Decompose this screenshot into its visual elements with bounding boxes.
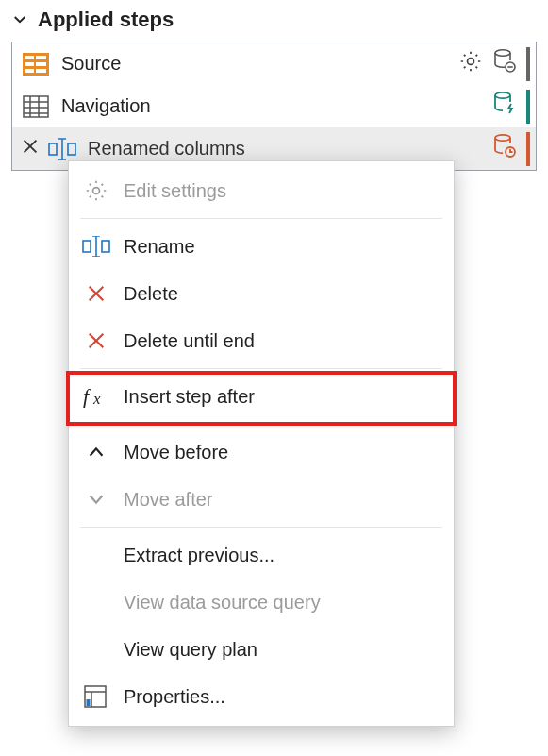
svg-rect-3 xyxy=(25,62,34,66)
menu-label: View data source query xyxy=(124,592,321,613)
menu-move-after: Move after xyxy=(69,476,454,523)
x-icon xyxy=(82,279,110,308)
menu-view-data-source-query: View data source query xyxy=(69,579,454,626)
chevron-down-icon xyxy=(11,11,28,28)
fx-icon: fx xyxy=(82,382,110,411)
svg-text:x: x xyxy=(92,390,101,408)
menu-label: Rename xyxy=(124,236,195,258)
svg-point-23 xyxy=(495,135,510,141)
menu-edit-settings: Edit settings xyxy=(69,167,454,214)
svg-rect-6 xyxy=(36,69,46,73)
applied-steps-header[interactable]: Applied steps xyxy=(0,0,548,36)
svg-rect-38 xyxy=(87,699,91,706)
svg-rect-1 xyxy=(25,56,34,59)
menu-delete-until-end[interactable]: Delete until end xyxy=(69,317,454,364)
step-label: Renamed columns xyxy=(88,138,481,160)
svg-rect-27 xyxy=(102,241,109,252)
properties-icon xyxy=(82,682,110,711)
svg-rect-5 xyxy=(25,69,34,73)
step-row-source[interactable]: Source xyxy=(12,42,536,85)
blank-icon xyxy=(82,588,110,616)
svg-rect-4 xyxy=(36,62,46,66)
svg-text:f: f xyxy=(83,385,91,408)
menu-properties[interactable]: Properties... xyxy=(69,673,454,720)
step-label: Navigation xyxy=(61,95,481,117)
applied-steps-title: Applied steps xyxy=(38,8,174,32)
gear-icon[interactable] xyxy=(458,49,483,78)
database-minus-icon[interactable] xyxy=(492,48,517,79)
menu-label: Edit settings xyxy=(124,180,226,202)
menu-separator xyxy=(80,368,442,369)
x-icon xyxy=(82,327,110,355)
svg-rect-20 xyxy=(49,143,57,155)
svg-rect-21 xyxy=(68,143,75,155)
menu-separator xyxy=(80,218,442,219)
blank-icon xyxy=(82,635,110,664)
menu-insert-step-after[interactable]: fx Insert step after xyxy=(69,373,454,420)
step-marker xyxy=(526,132,530,166)
menu-label: Extract previous... xyxy=(124,545,274,566)
menu-label: Delete until end xyxy=(124,330,255,352)
source-icon xyxy=(22,50,50,78)
blank-icon xyxy=(82,541,110,569)
menu-move-before[interactable]: Move before xyxy=(69,428,454,476)
table-icon xyxy=(22,92,50,121)
menu-label: View query plan xyxy=(124,639,257,661)
gear-icon xyxy=(82,176,110,205)
menu-rename[interactable]: Rename xyxy=(69,223,454,270)
menu-label: Move before xyxy=(124,442,228,463)
step-row-navigation[interactable]: Navigation xyxy=(12,85,536,127)
svg-rect-2 xyxy=(36,56,46,59)
menu-separator xyxy=(80,527,442,528)
menu-extract-previous[interactable]: Extract previous... xyxy=(69,531,454,579)
applied-steps-panel: Source Navigation xyxy=(11,42,537,171)
chevron-down-icon xyxy=(82,485,110,513)
step-label: Source xyxy=(61,53,447,75)
menu-label: Delete xyxy=(124,283,178,305)
svg-point-7 xyxy=(468,59,474,65)
menu-label: Move after xyxy=(124,489,212,511)
delete-step-icon[interactable] xyxy=(20,136,41,161)
database-clock-icon[interactable] xyxy=(492,133,517,164)
step-marker xyxy=(526,47,530,81)
svg-point-25 xyxy=(93,188,100,194)
menu-delete[interactable]: Delete xyxy=(69,270,454,317)
rename-icon xyxy=(82,232,110,260)
svg-point-8 xyxy=(495,50,510,56)
chevron-up-icon xyxy=(82,438,110,466)
database-bolt-icon[interactable] xyxy=(492,91,517,122)
menu-label: Properties... xyxy=(124,686,225,708)
svg-point-17 xyxy=(495,92,510,98)
menu-separator xyxy=(80,424,442,425)
menu-label: Insert step after xyxy=(124,386,255,408)
svg-rect-26 xyxy=(83,241,91,252)
step-context-menu: Edit settings Rename Delete Delete until… xyxy=(68,160,455,727)
step-marker xyxy=(526,90,530,124)
menu-view-query-plan[interactable]: View query plan xyxy=(69,626,454,673)
rename-column-icon xyxy=(48,135,76,163)
